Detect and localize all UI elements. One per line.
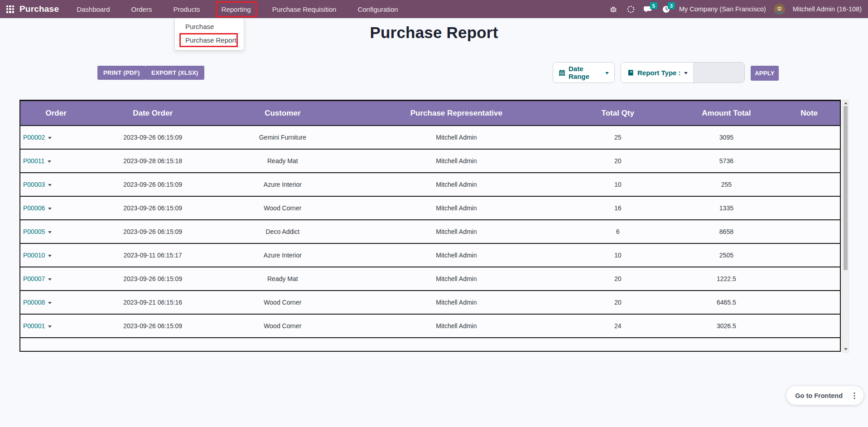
- table-row: P00011 2023-09-28 06:15:18 Ready Mat Mit…: [20, 149, 840, 173]
- table-row: P00010 2023-09-11 06:15:17 Azure Interio…: [20, 243, 840, 267]
- table-body: P00002 2023-09-26 06:15:09 Gemini Furnit…: [20, 126, 840, 352]
- order-caret-icon[interactable]: [48, 184, 52, 186]
- order-link[interactable]: P00008: [23, 299, 45, 306]
- cell-purchase-representative: Mitchell Admin: [352, 314, 561, 338]
- table-row: P00002 2023-09-26 06:15:09 Gemini Furnit…: [20, 126, 840, 149]
- cell-total-qty: 24: [561, 314, 675, 338]
- cell-amount-total: 6465.5: [675, 291, 779, 314]
- go-to-frontend-pill: Go to Frontend: [786, 386, 863, 405]
- clock-icon[interactable]: 3: [661, 4, 671, 14]
- avatar[interactable]: [774, 4, 785, 15]
- nav-item-products[interactable]: Products: [169, 3, 204, 15]
- report-type-group: Report Type :: [621, 62, 745, 83]
- cell-purchase-representative: Mitchell Admin: [352, 149, 561, 173]
- cell-customer: Ready Mat: [214, 149, 352, 173]
- order-link[interactable]: P00002: [23, 134, 45, 141]
- cell-date-order: 2023-09-26 06:15:09: [92, 314, 214, 338]
- navbar-right: 5 3 My Company (San Francisco) Mitchell …: [608, 4, 862, 15]
- column-header-customer: Customer: [214, 101, 352, 126]
- table-scrollbar[interactable]: [842, 100, 849, 353]
- cell-note: [778, 220, 840, 243]
- order-link[interactable]: P00005: [23, 228, 45, 235]
- cell-date-order: 2023-09-26 06:15:09: [92, 220, 214, 243]
- apps-grid-icon[interactable]: [6, 5, 14, 13]
- cell-note: [778, 243, 840, 267]
- page-title: Purchase Report: [0, 24, 868, 42]
- cell-note: [778, 314, 840, 338]
- cell-note: [778, 126, 840, 149]
- order-link[interactable]: P00006: [23, 204, 45, 212]
- scroll-down-arrow-icon[interactable]: [844, 348, 848, 350]
- cell-purchase-representative: Mitchell Admin: [352, 196, 561, 220]
- cell-purchase-representative: Mitchell Admin: [352, 126, 561, 149]
- cell-amount-total: 1335: [675, 196, 779, 220]
- cell-customer: Deco Addict: [214, 220, 352, 243]
- cell-total-qty: 10: [561, 173, 675, 196]
- nav-item-purchase-requisition[interactable]: Purchase Requisition: [268, 3, 341, 15]
- cell-amount-total: 8658: [675, 220, 779, 243]
- order-caret-icon[interactable]: [48, 137, 52, 139]
- caret-down-icon: [605, 72, 609, 74]
- date-range-dropdown[interactable]: Date Range: [553, 62, 615, 83]
- user-menu[interactable]: Mitchell Admin (16-108): [793, 5, 862, 13]
- go-to-frontend-button[interactable]: Go to Frontend: [795, 392, 843, 399]
- print-pdf-button[interactable]: PRINT (PDF): [97, 66, 146, 80]
- cell-total-qty: 20: [561, 149, 675, 173]
- cell-date-order: 2023-09-28 06:15:18: [92, 149, 214, 173]
- order-link[interactable]: P00011: [23, 157, 44, 165]
- cell-purchase-representative: Mitchell Admin: [352, 220, 561, 243]
- cell-purchase-representative: Mitchell Admin: [352, 173, 561, 196]
- scrollbar-thumb[interactable]: [844, 106, 848, 270]
- nav-item-reporting[interactable]: Reporting: [217, 3, 255, 15]
- cell-date-order: 2023-09-26 06:15:09: [92, 173, 214, 196]
- order-caret-icon[interactable]: [48, 255, 52, 257]
- cell-note: [778, 291, 840, 314]
- nav-item-orders[interactable]: Orders: [127, 3, 156, 15]
- table-row: P00007 2023-09-26 06:15:09 Ready Mat Mit…: [20, 267, 840, 291]
- dropdown-item-purchase[interactable]: Purchase: [175, 21, 244, 32]
- order-link[interactable]: P00003: [23, 181, 45, 188]
- apply-button[interactable]: APPLY: [751, 66, 779, 81]
- column-header-note: Note: [778, 101, 840, 126]
- spinner-icon[interactable]: [626, 4, 636, 14]
- cell-note: [778, 173, 840, 196]
- nav-item-dashboard[interactable]: Dashboard: [72, 3, 114, 15]
- table-row: P00006 2023-09-26 06:15:09 Wood Corner M…: [20, 196, 840, 220]
- order-caret-icon[interactable]: [48, 325, 52, 328]
- table-row: P00001 2023-09-26 06:15:09 Wood Corner M…: [20, 314, 840, 338]
- order-link[interactable]: P00007: [23, 275, 45, 282]
- table-row: P00008 2023-09-21 06:15:16 Wood Corner M…: [20, 291, 840, 314]
- cell-purchase-representative: Mitchell Admin: [352, 267, 561, 291]
- order-caret-icon[interactable]: [48, 278, 52, 281]
- cell-amount-total: 2505: [675, 243, 779, 267]
- report-type-value-field[interactable]: [693, 63, 744, 82]
- cell-total-qty: 10: [561, 243, 675, 267]
- cell-amount-total: 1222.5: [675, 267, 779, 291]
- order-caret-icon[interactable]: [48, 208, 52, 210]
- dropdown-item-purchase-report[interactable]: Purchase Report: [179, 33, 238, 47]
- bug-icon[interactable]: [608, 4, 618, 14]
- app-brand[interactable]: Purchase: [19, 4, 59, 14]
- nav-item-configuration[interactable]: Configuration: [353, 3, 402, 15]
- order-caret-icon[interactable]: [48, 160, 51, 163]
- cell-total-qty: 20: [561, 291, 675, 314]
- order-link[interactable]: P00010: [23, 252, 45, 259]
- cell-customer: Wood Corner: [214, 196, 352, 220]
- kebab-menu-button[interactable]: [847, 388, 861, 403]
- cell-note: [778, 196, 840, 220]
- cell-date-order: 2023-09-26 06:15:09: [92, 126, 214, 149]
- calendar-icon: [559, 69, 565, 76]
- order-link[interactable]: P00001: [23, 322, 45, 330]
- export-xlsx-button[interactable]: EXPORT (XLSX): [145, 66, 204, 80]
- cell-amount-total: 3095: [675, 126, 779, 149]
- company-switcher[interactable]: My Company (San Francisco): [679, 5, 766, 13]
- cell-date-order: 2023-09-26 06:15:09: [92, 267, 214, 291]
- report-type-dropdown[interactable]: Report Type :: [621, 63, 693, 82]
- table-header-row: OrderDate OrderCustomerPurchase Represen…: [20, 101, 840, 126]
- scroll-up-arrow-icon[interactable]: [844, 102, 848, 104]
- cell-amount-total: 5736: [675, 149, 779, 173]
- order-caret-icon[interactable]: [48, 231, 52, 233]
- caret-down-icon: [684, 72, 688, 74]
- order-caret-icon[interactable]: [48, 302, 52, 304]
- chat-icon[interactable]: 5: [644, 4, 654, 14]
